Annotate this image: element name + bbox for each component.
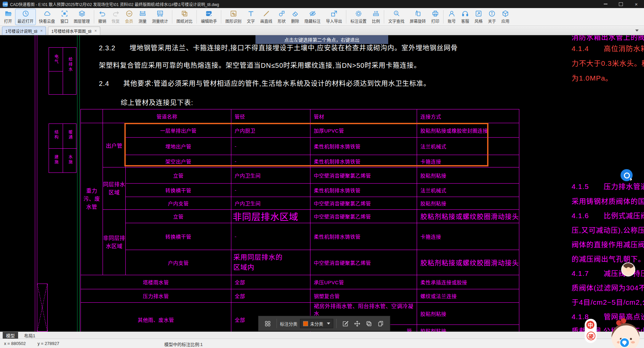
grid-line-green: [79, 35, 80, 332]
annotation-settings-button[interactable]: 标注设置: [348, 9, 369, 25]
window-button[interactable]: 窗口: [58, 9, 71, 25]
table-cell: 压力排水管: [81, 289, 231, 303]
rotate-screen-icon: [414, 10, 422, 17]
cursor-x-readout: x = 880502: [4, 341, 26, 346]
text-t-icon: [247, 10, 255, 17]
apps-button[interactable]: 应用: [499, 9, 512, 25]
minimize-button[interactable]: [598, 0, 613, 8]
tab-close-icon[interactable]: ×: [95, 29, 97, 33]
layers-icon: [78, 10, 86, 17]
ruler-icon: [139, 10, 147, 17]
table-cell: 钢塑复合管: [310, 289, 417, 303]
drawing-canvas[interactable]: 电气 给排水 结构 暖通 建施 水施 2.3.2 埋地钢管采用法兰、卡箍连接时,…: [0, 35, 644, 332]
promo-mascot[interactable]: 中 硬: [581, 318, 644, 348]
hide-annotation-button[interactable]: 隐藏标注: [302, 9, 323, 25]
col-header: 管径: [231, 109, 310, 123]
screen-rotate-button[interactable]: 屏幕旋转: [407, 9, 428, 25]
customer-service-button[interactable]: 客服: [459, 9, 471, 25]
service-avatar[interactable]: [621, 262, 635, 277]
grid-category-icon[interactable]: [264, 320, 271, 327]
cad-viewer-window: { "window": { "title": "CAD快速看图 - E:\\01…: [0, 0, 644, 348]
print-button[interactable]: 打印: [429, 9, 442, 25]
svg-text:A:B: A:B: [374, 11, 378, 13]
cube-icon: [502, 10, 509, 17]
table-cell: -: [231, 223, 310, 250]
table-cell: 中空壁消音硬聚氯乙烯管: [310, 197, 417, 210]
shape-recognition-button[interactable]: 图形识别: [223, 9, 244, 25]
row-group-label: 同层排水 区域: [103, 167, 126, 210]
info-icon: [488, 10, 496, 17]
spec-line: 4.1.5 压力排水管道上采: [572, 181, 644, 191]
spec-line: 采用铸钢材质阀体的国标止回阀,: [572, 196, 644, 206]
table-cell: 柔性机制排水铸铁管: [310, 184, 417, 197]
table-cell: 立管: [126, 210, 231, 223]
text-button[interactable]: 文字: [244, 9, 257, 25]
recent-open-button[interactable]: 最近打开: [15, 9, 36, 25]
window-title: CAD快速看图 - E:\01 散人预算\2025年\2月\02 发现场住宅\0…: [10, 1, 219, 7]
style-button[interactable]: 风格: [472, 9, 485, 25]
text-search-button[interactable]: A 文字查找: [386, 9, 407, 25]
table-cell: 户内卫生间: [231, 197, 310, 210]
scale-button[interactable]: A:B 比例: [369, 9, 382, 25]
printer-icon: [431, 10, 439, 17]
promo-badge: 中: [586, 320, 595, 330]
table-cell: 全部: [231, 275, 310, 289]
edit-icon[interactable]: [342, 320, 349, 327]
draw-line-button[interactable]: 画直线: [258, 9, 275, 25]
copy-icon[interactable]: [365, 320, 372, 327]
cloud-drive-button[interactable]: 快看云盘: [37, 9, 57, 25]
svg-text:VIP: VIP: [127, 12, 131, 15]
undo-button[interactable]: 撤销: [96, 9, 109, 25]
row-group-label: 出户管: [103, 123, 126, 167]
export-arrow-icon: [330, 10, 338, 17]
tab-design-notes[interactable]: 1号楼设计说明_t8 ×: [2, 27, 46, 35]
vip-member-button[interactable]: VIP 会员: [123, 9, 135, 25]
cursor-y-readout: y = 278927: [38, 341, 59, 346]
tab-close-icon[interactable]: ×: [40, 29, 43, 33]
locate-button[interactable]: [621, 169, 633, 181]
table-cell: 胶粘剂粘接: [417, 325, 519, 332]
spec-line: 力不大于0.3米水头。稳压装置: [572, 58, 644, 68]
edit-assistant-button[interactable]: CAD 编辑助手: [198, 9, 219, 25]
account-button[interactable]: 账号: [445, 9, 458, 25]
model-tab[interactable]: 模型: [3, 332, 18, 339]
tab-list-chevron-icon[interactable]: [635, 30, 639, 32]
measure-stats-button[interactable]: 测量统计: [150, 9, 170, 25]
table-cell: 转换横干管: [126, 223, 231, 250]
drawing-compare-button[interactable]: 图纸对比: [174, 9, 195, 25]
move-icon[interactable]: [354, 320, 361, 327]
delete-button[interactable]: 删除: [289, 9, 301, 25]
layer-manager-button[interactable]: 图层管理: [71, 9, 92, 25]
open-button[interactable]: 打开: [2, 9, 14, 25]
layout1-tab[interactable]: 布局1: [21, 332, 39, 339]
table-cell: 胶粘剂粘接或螺纹胶圈滑动接头: [417, 210, 519, 223]
table-cell: 胶粘剂粘接: [417, 197, 519, 210]
spec-paragraph: 架塑料复合管应采用可靠的电热熔连接。架空管道当DN≤50时采用螺纹连接,当DN>…: [99, 60, 421, 70]
close-button[interactable]: ×: [629, 0, 644, 8]
table-cell: 法兰机械式: [417, 184, 519, 197]
folder-open-icon: [4, 10, 12, 17]
shapes-button[interactable]: 形状: [275, 9, 288, 25]
table-cell: 胶粘剂粘接: [417, 303, 519, 325]
paste-icon[interactable]: [377, 320, 384, 327]
title-bar: CAD CAD快速看图 - E:\01 散人预算\2025年\2月\02 发现场…: [0, 0, 644, 8]
about-button[interactable]: 关于: [485, 9, 498, 25]
maximize-button[interactable]: [613, 0, 629, 8]
col-header: 连接方式: [417, 109, 519, 123]
diagonal-line-icon: [262, 10, 270, 17]
import-export-button[interactable]: 导入导出: [324, 9, 344, 25]
chat-bubble-icon[interactable]: [620, 338, 630, 348]
table-cell: 胶粘剂粘接: [417, 167, 519, 184]
table-cell: 户内支管: [126, 250, 231, 275]
measure-button[interactable]: 测量: [136, 9, 149, 25]
main-toolbar: 打开 最近打开 快看云盘 窗口 图层管理 撤销 恢复 VIP 会员 测量 测量统…: [0, 8, 644, 26]
spec-line: 压,又可减动压),公称压力不小于: [572, 225, 644, 235]
category-dropdown[interactable]: 未分类: [300, 319, 333, 328]
headset-icon: [461, 10, 469, 17]
spec-line: 4.1.6 比例式减压阀采用全: [572, 210, 644, 220]
document-tab-bar: 1号楼设计说明_t8 × 1号楼给排水平面图_t8 ×: [0, 26, 644, 35]
redo-button[interactable]: 恢复: [109, 9, 122, 25]
scale-ratio-icon: A:B: [372, 10, 380, 17]
clock-icon: [22, 10, 30, 17]
tab-plumbing-plan[interactable]: 1号楼给排水平面图_t8 ×: [48, 27, 100, 35]
